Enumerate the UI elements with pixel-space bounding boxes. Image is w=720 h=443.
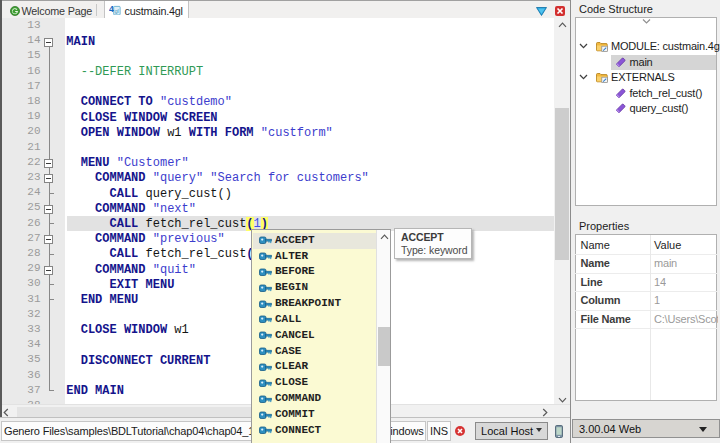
svg-text:gl: gl xyxy=(114,8,118,14)
svg-text:4: 4 xyxy=(109,5,114,14)
